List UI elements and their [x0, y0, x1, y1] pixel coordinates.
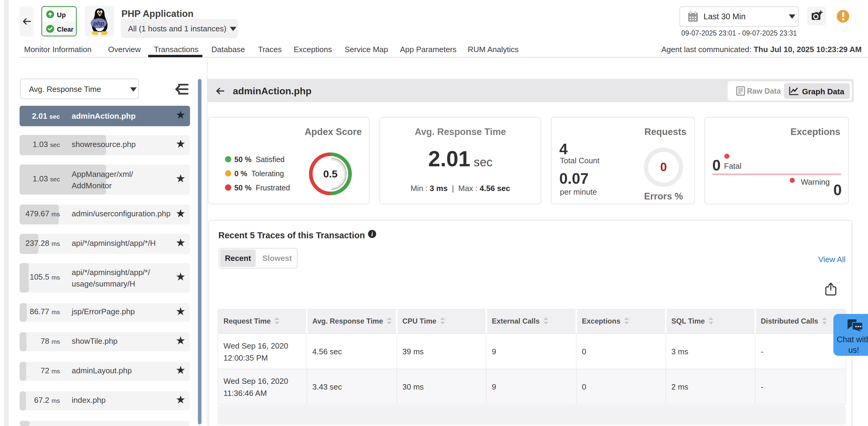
svg-text:php: php: [93, 20, 104, 27]
svg-text:0.5: 0.5: [323, 168, 337, 180]
svg-text:0: 0: [660, 160, 667, 174]
